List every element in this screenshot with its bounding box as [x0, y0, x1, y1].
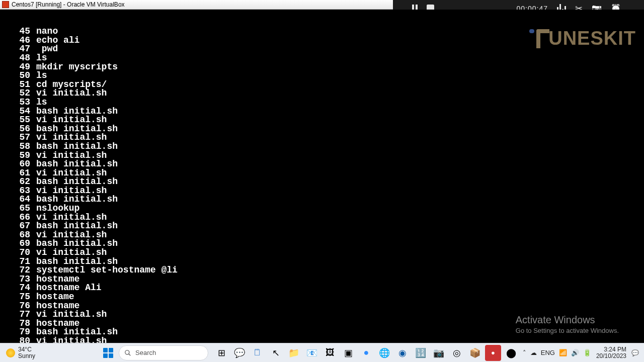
history-number: 72 — [1, 266, 36, 275]
edge-icon[interactable]: ◉ — [394, 345, 411, 361]
taskbar-center: Search ⊞ 💬 🗒 ↖ 📁 📧 🖼 ▣ ● 🌐 ◉ 🔢 📷 ◎ 📦 ● ⬤ — [101, 345, 519, 361]
history-command: bash initial.sh — [36, 142, 118, 151]
mail-icon[interactable]: 📧 — [304, 345, 320, 361]
history-number: 58 — [1, 142, 36, 151]
svg-line-1 — [129, 353, 131, 355]
cursor-icon[interactable]: ↖ — [268, 345, 284, 361]
history-number: 71 — [1, 257, 36, 266]
notes-icon[interactable]: 🗒 — [250, 345, 266, 361]
history-number: 64 — [1, 195, 36, 204]
history-number: 61 — [1, 169, 36, 178]
history-line: 48ls — [1, 54, 644, 63]
obs-icon[interactable]: ⬤ — [503, 345, 519, 361]
battery-icon[interactable]: 🔋 — [583, 349, 591, 356]
window-title: Centos7 [Running] - Oracle VM VirtualBox — [12, 1, 125, 8]
history-line: 70vi initial.sh — [1, 248, 644, 257]
history-command: ls — [36, 54, 47, 63]
history-number: 67 — [1, 222, 36, 231]
history-number: 62 — [1, 177, 36, 187]
history-number: 75 — [1, 293, 36, 302]
history-number: 68 — [1, 231, 36, 240]
history-line: 72systemctl set-hostname @li — [1, 266, 644, 275]
volume-icon[interactable]: 🔊 — [571, 349, 579, 356]
history-command: hostame — [36, 293, 74, 302]
windows-taskbar: 34°C Sunny Search ⊞ 💬 🗒 ↖ 📁 📧 🖼 ▣ ● 🌐 ◉ … — [0, 343, 644, 362]
terminal-viewport[interactable]: 45nano46echo ali47 pwd48ls49mkdir myscri… — [0, 10, 644, 343]
app-icon[interactable]: ◎ — [449, 345, 465, 361]
history-number: 49 — [1, 63, 36, 72]
language-icon[interactable]: ENG — [541, 349, 555, 356]
history-number: 46 — [1, 36, 36, 45]
wifi-icon[interactable]: 📶 — [559, 349, 567, 356]
terminal-icon[interactable]: ▣ — [340, 345, 356, 361]
history-number: 76 — [1, 302, 36, 311]
tuneskit-logo-icon — [536, 29, 549, 48]
svg-point-0 — [125, 350, 129, 354]
start-button[interactable] — [101, 345, 116, 360]
virtualbox-titlebar: Centos7 [Running] - Oracle VM VirtualBox — [0, 0, 393, 10]
history-number: 52 — [1, 89, 36, 98]
camera-app-icon[interactable]: 📷 — [431, 345, 447, 361]
history-number: 53 — [1, 98, 36, 107]
history-number: 55 — [1, 116, 36, 125]
history-line: 52vi initial.sh — [1, 89, 644, 98]
history-number: 56 — [1, 125, 36, 134]
chat-icon[interactable]: 💬 — [231, 345, 248, 361]
history-number: 45 — [1, 27, 36, 36]
history-number: 65 — [1, 204, 36, 213]
file-explorer-icon[interactable]: 📁 — [286, 345, 302, 361]
virtualbox-app-icon[interactable]: 📦 — [467, 345, 483, 361]
chrome-icon[interactable]: 🌐 — [376, 345, 392, 361]
notifications-icon[interactable]: 💬 — [631, 349, 639, 356]
history-number: 60 — [1, 160, 36, 169]
virtualbox-icon — [2, 1, 9, 8]
task-view-icon[interactable]: ⊞ — [213, 345, 229, 361]
search-icon — [124, 349, 131, 356]
search-box[interactable]: Search — [119, 345, 208, 360]
history-line: 58bash initial.sh — [1, 142, 644, 151]
recorder-app-icon[interactable]: ● — [485, 345, 501, 361]
history-number: 51 — [1, 80, 36, 89]
history-number: 47 — [1, 45, 36, 54]
history-number: 63 — [1, 187, 36, 196]
history-number: 50 — [1, 71, 36, 80]
history-command: mkdir myscripts — [36, 63, 118, 72]
history-number: 70 — [1, 248, 36, 257]
taskbar-clock[interactable]: 3:24 PM 20/10/2023 — [596, 346, 626, 359]
sun-icon — [6, 348, 15, 357]
history-number: 54 — [1, 107, 36, 116]
weather-widget[interactable]: 34°C Sunny — [0, 346, 101, 359]
history-number: 59 — [1, 151, 36, 160]
history-number: 79 — [1, 328, 36, 337]
history-command: vi initial.sh — [36, 248, 107, 257]
history-line: 75hostame — [1, 293, 644, 302]
history-number: 78 — [1, 319, 36, 328]
photos-icon[interactable]: 🖼 — [322, 345, 338, 361]
history-number: 69 — [1, 239, 36, 248]
history-line: 53ls — [1, 98, 644, 107]
history-number: 48 — [1, 54, 36, 63]
tray-chevron-icon[interactable]: ˄ — [523, 349, 526, 356]
zoom-icon[interactable]: ● — [358, 345, 374, 361]
onedrive-icon[interactable]: ☁ — [530, 349, 537, 356]
history-line: 74hostname Ali — [1, 284, 644, 293]
history-number: 74 — [1, 284, 36, 293]
history-number: 57 — [1, 133, 36, 142]
history-number: 73 — [1, 275, 36, 284]
history-number: 77 — [1, 310, 36, 319]
activate-windows-watermark: Activate Windows Go to Settings to activ… — [516, 314, 619, 334]
history-line: 64bash initial.sh — [1, 195, 644, 204]
history-number: 66 — [1, 213, 36, 222]
tuneskit-watermark: UNESKIT — [536, 28, 636, 49]
history-line: 49mkdir myscripts — [1, 63, 644, 72]
system-tray: ˄ ☁ ENG 📶 🔊 🔋 3:24 PM 20/10/2023 💬 — [523, 346, 644, 359]
calculator-icon[interactable]: 🔢 — [413, 345, 429, 361]
history-command: ls — [36, 98, 47, 107]
